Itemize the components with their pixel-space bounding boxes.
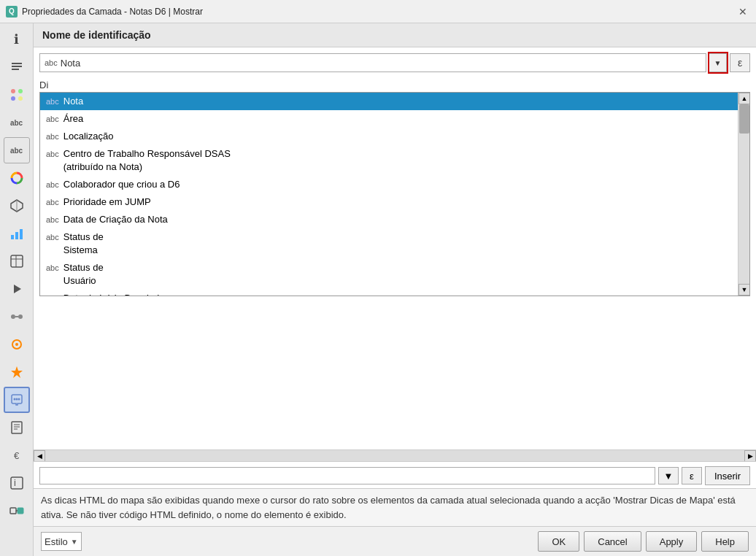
list-item[interactable]: abcData de Início Desejado [40, 290, 738, 296]
item-label: Colaborador que criou a D6 [63, 178, 180, 191]
sidebar-item-source[interactable] [4, 54, 30, 80]
svg-point-3 [18, 96, 23, 101]
list-item[interactable]: abcNota [40, 93, 738, 110]
item-abc-badge: abc [46, 112, 59, 126]
sidebar-item-fields[interactable] [4, 248, 30, 274]
list-item[interactable]: abcData de Criação da Nota [40, 211, 738, 228]
list-item[interactable]: abcLocalização [40, 128, 738, 145]
apply-button[interactable]: Apply [646, 531, 698, 552]
list-item[interactable]: abcStatus de Sistema [40, 228, 738, 259]
sidebar-item-dependencies[interactable] [4, 498, 30, 524]
epsilon-expr-button[interactable]: ε [682, 467, 702, 484]
sidebar-item-actions[interactable] [4, 359, 30, 385]
sidebar-item-variables[interactable]: € [4, 442, 30, 468]
app-icon: Q [6, 6, 18, 18]
item-label: Localização [63, 130, 114, 143]
svg-rect-9 [20, 229, 23, 239]
item-abc-badge: abc [46, 178, 59, 191]
svg-point-22 [18, 398, 20, 401]
sidebar-item-form[interactable] [4, 414, 30, 441]
item-abc-badge: abc [46, 130, 59, 143]
item-label: Prioridade em JUMP [63, 196, 151, 209]
scrollbar-up[interactable]: ▲ [738, 93, 750, 104]
sidebar-item-display[interactable] [4, 387, 30, 413]
item-abc-badge: abc [46, 213, 59, 226]
style-combo[interactable]: Estilo ▼ [41, 532, 82, 551]
scrollbar-track[interactable] [738, 104, 749, 284]
svg-point-1 [18, 89, 23, 93]
scrollbar-thumb[interactable] [739, 104, 749, 134]
item-abc-badge: abc [46, 95, 59, 108]
svg-text:i: i [14, 477, 16, 488]
dropdown-list-container: abcNotaabcÁreaabcLocalizaçãoabcCentro de… [39, 92, 750, 296]
sidebar-item-auxiliary[interactable] [4, 331, 30, 358]
svg-marker-19 [11, 366, 23, 378]
scrollbar-down[interactable]: ▼ [738, 284, 750, 296]
svg-rect-7 [11, 235, 14, 239]
horizontal-scrollbar[interactable]: ◀ ▶ [34, 449, 756, 461]
dropdown-arrow-button[interactable]: ▼ [709, 53, 727, 72]
sidebar-item-abc2[interactable]: abc [4, 137, 30, 163]
dropdown-expr-button[interactable]: ▼ [658, 467, 679, 484]
list-item[interactable]: abcÁrea [40, 110, 738, 128]
item-label: Data de Início Desejado [63, 292, 165, 296]
list-item[interactable]: abcColaborador que criou a D6 [40, 176, 738, 193]
info-bar: As dicas HTML do mapa são exibidas quand… [34, 488, 756, 526]
close-button[interactable]: ✕ [736, 4, 750, 19]
dropdown-list[interactable]: abcNotaabcÁreaabcLocalizaçãoabcCentro de… [40, 93, 738, 296]
list-item[interactable]: abcStatus de Usuário [40, 259, 738, 290]
svg-marker-13 [14, 285, 21, 293]
svg-rect-29 [10, 508, 16, 514]
sidebar-item-diagram[interactable] [4, 220, 30, 247]
style-label: Estilo [45, 536, 68, 547]
expression-input[interactable] [39, 467, 655, 484]
svg-point-18 [15, 343, 18, 346]
content-header: Nome de identificação [34, 23, 756, 47]
item-label: Data de Criação da Nota [63, 213, 168, 226]
list-scrollbar[interactable]: ▲ ▼ [738, 93, 749, 296]
sidebar-item-3d[interactable] [4, 193, 30, 219]
list-item[interactable]: abcPrioridade em JUMP [40, 193, 738, 211]
sidebar-item-metadata[interactable]: i [4, 470, 30, 496]
info-text: As dicas HTML do mapa são exibidas quand… [41, 495, 736, 520]
content-body: abc Nota ▼ ε Di abcNotaabcÁreaabcLocaliz… [34, 47, 756, 449]
hor-scroll-right[interactable]: ▶ [744, 450, 756, 462]
sidebar-item-rendering[interactable] [4, 276, 30, 302]
svg-point-14 [11, 314, 15, 319]
sidebar-item-info[interactable]: ℹ [4, 26, 30, 53]
svg-point-0 [11, 89, 15, 93]
sidebar-item-color[interactable] [4, 165, 30, 191]
content-area: Nome de identificação abc Nota ▼ ε Di ab… [34, 23, 756, 556]
svg-point-2 [11, 96, 15, 101]
svg-rect-8 [15, 232, 18, 239]
item-label: Nota [63, 95, 83, 108]
epsilon-button[interactable]: ε [730, 53, 750, 72]
hor-scroll-left[interactable]: ◀ [34, 450, 45, 462]
section-label: Di [39, 77, 750, 92]
insert-button[interactable]: Inserir [705, 466, 750, 485]
list-item[interactable]: abcCentro de Trabalho Responsável DSAS (… [40, 145, 738, 176]
svg-rect-10 [11, 255, 23, 267]
hor-scroll-track [45, 450, 744, 461]
cancel-button[interactable]: Cancel [584, 531, 641, 552]
item-abc-badge: abc [46, 261, 59, 274]
item-label: Centro de Trabalho Responsável DSAS (atr… [63, 147, 231, 174]
sidebar: ℹ abc abc [0, 23, 34, 556]
field-input[interactable]: abc Nota [39, 53, 706, 72]
ok-button[interactable]: OK [538, 531, 579, 552]
window-title: Propriedades da Camada - Notas D6 | Most… [22, 7, 731, 17]
bottom-toolbar: Estilo ▼ OK Cancel Apply Help [34, 526, 756, 556]
help-button[interactable]: Help [701, 531, 749, 552]
sidebar-item-style[interactable] [4, 82, 30, 108]
item-abc-badge: abc [46, 147, 59, 161]
svg-rect-23 [12, 422, 22, 433]
abc-badge: abc [45, 58, 58, 67]
sidebar-item-labels[interactable]: abc [4, 109, 30, 136]
svg-rect-30 [18, 508, 23, 514]
sidebar-item-join[interactable] [4, 304, 30, 330]
style-combo-arrow[interactable]: ▼ [71, 538, 78, 546]
titlebar: Q Propriedades da Camada - Notas D6 | Mo… [0, 0, 756, 23]
section-title: Nome de identificação [42, 29, 151, 41]
svg-point-21 [15, 398, 18, 401]
svg-rect-27 [11, 477, 23, 489]
